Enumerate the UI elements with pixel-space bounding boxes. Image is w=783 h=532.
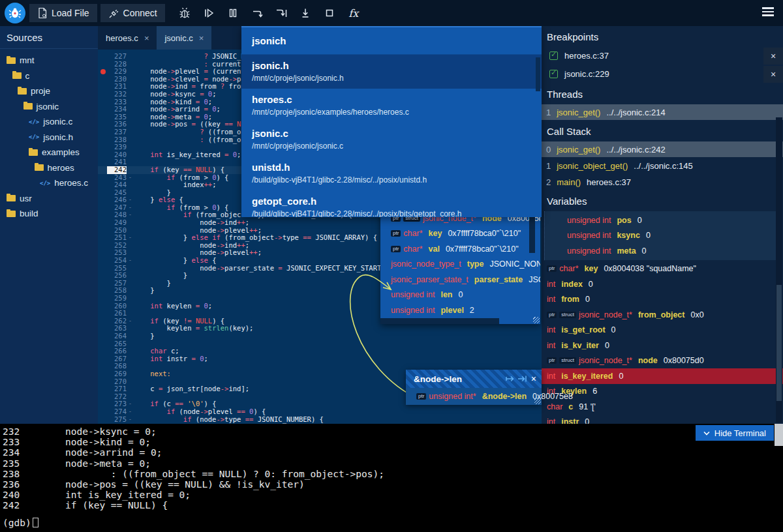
- close-icon[interactable]: ×: [763, 48, 783, 65]
- line-number[interactable]: 239: [107, 143, 127, 151]
- connect-label: Connect: [123, 8, 157, 18]
- struct-member-parser_state[interactable]: jsonic_parser_state_tparser_stateJSONIC_…: [380, 272, 540, 288]
- variable-c[interactable]: charc91 '[': [542, 399, 783, 415]
- panel-scrollbar[interactable]: [776, 117, 782, 422]
- tooltip-hscrollbar[interactable]: [380, 318, 499, 324]
- finder-result-jsonic.h[interactable]: jsonic.h/mnt/c/proje/jsonic/jsonic.h: [241, 55, 542, 89]
- struct-member-type[interactable]: jsonic_node_type_ttypeJSONIC_NONE: [380, 257, 540, 273]
- connect-button[interactable]: Connect: [100, 4, 165, 22]
- finder-result-name: unistd.h: [252, 162, 531, 173]
- finder-result-heroes.c[interactable]: heroes.c/mnt/c/proje/jsonic/examples/her…: [241, 89, 542, 123]
- tree-item-examples[interactable]: examples: [0, 145, 98, 160]
- variable-keylen[interactable]: intkeylen6: [542, 384, 783, 400]
- stack-frame-row[interactable]: 1jsonic_object_get()../../jsonic.c:145: [542, 158, 783, 173]
- stop-icon[interactable]: [322, 6, 337, 20]
- stack-frame-row[interactable]: 2main()heroes.c:37: [542, 174, 783, 190]
- menu-icon[interactable]: [762, 7, 774, 18]
- variable-is_key_itered[interactable]: intis_key_itered0: [542, 368, 783, 384]
- finder-result-getopt_core.h[interactable]: getopt_core.h/build/glibc-vjB4T1/glibc-2…: [241, 190, 542, 217]
- variable-index[interactable]: intindex0: [542, 276, 783, 292]
- tree-item-heroes.c[interactable]: </>heroes.c: [0, 175, 98, 191]
- checkbox-checked-icon[interactable]: [549, 70, 558, 78]
- line-number[interactable]: 227: [107, 53, 127, 61]
- finder-result-unistd.h[interactable]: unistd.h/build/glibc-vjB4T1/glibc-2.28/m…: [241, 156, 542, 190]
- tree-item-build[interactable]: build: [0, 206, 98, 222]
- variable-pos[interactable]: unsigned intpos0: [550, 213, 782, 228]
- resize-grip[interactable]: [533, 317, 540, 323]
- fold-marker: [127, 189, 134, 197]
- folder-icon: [35, 164, 44, 171]
- tooltip-vscrollbar[interactable]: [529, 215, 535, 253]
- line-number[interactable]: 269: [107, 370, 127, 378]
- hide-terminal-button[interactable]: Hide Terminal: [696, 425, 774, 441]
- tree-item-c[interactable]: c: [0, 68, 98, 84]
- variable-node[interactable]: ptrstructjsonic_node_t*node0x80075d0: [542, 353, 783, 369]
- tab-heroes-c[interactable]: heroes.c ×: [98, 26, 157, 50]
- finder-result-jsonic.c[interactable]: jsonic.c/mnt/c/proje/jsonic/jsonic.c: [241, 123, 542, 156]
- variable-meta[interactable]: unsigned intmeta0: [550, 243, 782, 259]
- close-icon[interactable]: ×: [531, 374, 536, 384]
- line-number[interactable]: 249: [107, 219, 127, 227]
- line-number[interactable]: 234: [107, 106, 127, 113]
- checkbox-checked-icon[interactable]: [549, 52, 558, 60]
- tree-item-jsonic[interactable]: jsonic: [0, 99, 98, 115]
- struct-member-key[interactable]: ptrchar*key0x7ffff78bca0"`\210": [380, 226, 540, 242]
- line-number[interactable]: 266: [107, 347, 127, 355]
- tab-jsonic-c[interactable]: jsonic.c ×: [157, 26, 211, 50]
- line-number[interactable]: 244: [107, 181, 127, 189]
- variable-ksync[interactable]: unsigned intksync0: [550, 228, 782, 244]
- close-icon[interactable]: ×: [144, 33, 149, 43]
- tree-item-proje[interactable]: proje: [0, 83, 98, 99]
- close-icon[interactable]: ×: [763, 66, 783, 83]
- struct-member-len[interactable]: unsigned intlen0: [380, 288, 540, 303]
- arrow-right-icon[interactable]: [505, 374, 517, 384]
- line-number[interactable]: 264: [107, 332, 127, 340]
- terminal[interactable]: 232 node->ksync = 0; 233 node->kind = 0;…: [0, 424, 783, 532]
- load-file-button[interactable]: Load File: [29, 4, 97, 22]
- arrow-to-bar-icon[interactable]: [517, 374, 529, 384]
- breakpoint-row[interactable]: heroes.c:37×: [542, 47, 783, 65]
- app-logo[interactable]: [5, 3, 25, 23]
- finder-input[interactable]: jsonich: [241, 27, 542, 55]
- tree-item-jsonic.c[interactable]: </>jsonic.c: [0, 114, 98, 130]
- tree-item-usr[interactable]: usr: [0, 191, 98, 207]
- code-line-267: 267 int instr = 0;: [98, 355, 542, 363]
- variable-is_kv_iter[interactable]: intis_kv_iter0: [542, 338, 783, 353]
- step-into-icon[interactable]: [274, 6, 288, 20]
- line-number[interactable]: 254: [107, 257, 127, 265]
- pause-icon[interactable]: [226, 6, 240, 20]
- stack-frame-row[interactable]: 0jsonic_get()../../jsonic.c:242: [542, 141, 783, 157]
- breakpoint-row[interactable]: jsonic.c:229×: [542, 65, 783, 83]
- line-number[interactable]: 237: [107, 128, 127, 136]
- variable-from_object[interactable]: ptrstructjsonic_node_t*from_object0x0: [542, 307, 783, 323]
- struct-member-plevel[interactable]: unsigned intplevel2: [380, 303, 540, 318]
- variable-instr[interactable]: intinstr0: [542, 415, 783, 424]
- watch-popup-header[interactable]: &node->len ×: [406, 370, 542, 388]
- step-over-icon[interactable]: [250, 6, 264, 20]
- line-number[interactable]: 232: [107, 91, 127, 98]
- tree-item-mnt[interactable]: mnt: [0, 53, 98, 68]
- gdb-prompt[interactable]: (gdb): [0, 518, 783, 528]
- variable-from[interactable]: intfrom0: [542, 292, 783, 308]
- bug-icon[interactable]: [177, 6, 192, 20]
- struct-member-val[interactable]: ptrchar*val0x7ffff78bca0"`\210": [380, 241, 540, 257]
- breakpoint-dot[interactable]: [100, 69, 106, 74]
- line-number[interactable]: 271: [107, 385, 127, 393]
- resize-grip[interactable]: [534, 398, 541, 404]
- line-number[interactable]: 274: [107, 408, 127, 416]
- thread-row[interactable]: 1jsonic_get()../../jsonic.c:214: [542, 104, 783, 120]
- continue-icon[interactable]: [202, 6, 216, 20]
- close-icon[interactable]: ×: [199, 33, 204, 43]
- watch-variable[interactable]: ptrunsigned int*&node->len0x80075e8: [411, 389, 573, 404]
- variable-is_get_root[interactable]: intis_get_root0: [542, 323, 783, 338]
- fx-icon[interactable]: fx: [346, 6, 361, 20]
- tree-item-jsonic.h[interactable]: </>jsonic.h: [0, 130, 98, 145]
- line-number[interactable]: 242: [107, 166, 127, 174]
- variable-key[interactable]: ptrchar*key0x8004038 "squadName": [542, 261, 783, 277]
- finder-scrollbar[interactable]: [536, 57, 540, 91]
- line-number[interactable]: 259: [107, 295, 127, 303]
- tree-item-heroes[interactable]: heroes: [0, 160, 98, 176]
- fold-marker: [127, 121, 134, 128]
- step-out-icon[interactable]: [298, 6, 313, 20]
- terminal-scrollbar[interactable]: [775, 424, 783, 450]
